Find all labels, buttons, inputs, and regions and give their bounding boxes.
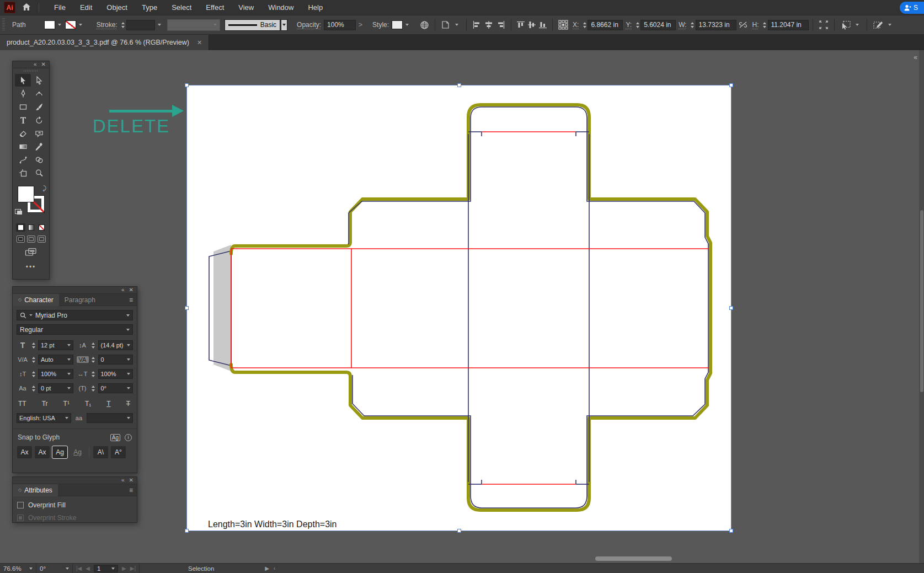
w-stepper[interactable] [690, 22, 696, 28]
pen-tool[interactable] [15, 87, 31, 100]
select-similar-icon[interactable] [838, 18, 853, 31]
menu-window[interactable]: Window [261, 0, 301, 15]
tracking-stepper[interactable] [90, 357, 97, 363]
font-size-field[interactable]: 12 pt [38, 340, 73, 350]
x-label[interactable]: X: [573, 21, 579, 29]
snap-anchor-button[interactable]: A° [111, 446, 126, 458]
stroke-color-dropdown[interactable] [77, 24, 84, 26]
canvas[interactable]: Length=3in Width=3in Depth=3in DELETE « [0, 50, 924, 563]
menu-file[interactable]: File [47, 0, 73, 15]
opacity-more-arrow[interactable]: > [359, 21, 362, 29]
collapse-panel-icon[interactable]: « [34, 62, 37, 67]
menu-effect[interactable]: Effect [199, 0, 231, 15]
dock-collapse-icon[interactable]: « [914, 53, 917, 61]
character-rotation-field[interactable]: 0° [98, 383, 133, 393]
reference-point-grid-icon[interactable] [557, 18, 570, 31]
dimension-caption[interactable]: Length=3in Width=3in Depth=3in [208, 520, 337, 529]
language-dropdown[interactable]: English: USA [17, 413, 71, 423]
menu-select[interactable]: Select [164, 0, 199, 15]
draw-inside-mode[interactable] [38, 235, 46, 243]
selection-tool[interactable] [15, 74, 31, 87]
eyedropper-tool[interactable] [31, 140, 47, 153]
panel-menu-icon[interactable]: ≡ [129, 296, 137, 304]
illustrator-logo[interactable]: Ai [4, 2, 15, 13]
y-label[interactable]: Y: [626, 21, 632, 29]
font-style-field[interactable]: Regular [17, 324, 133, 335]
opacity-label[interactable]: Opacity: [297, 21, 321, 29]
tracking-field[interactable]: 0 [98, 355, 133, 365]
w-label[interactable]: W: [679, 21, 686, 29]
tab-character[interactable]: ◇Character [13, 294, 59, 306]
document-setup-globe-icon[interactable] [418, 18, 431, 31]
select-similar-dropdown[interactable] [854, 24, 861, 26]
first-artboard-icon[interactable]: |◀ [76, 565, 82, 571]
selection-handle-ne[interactable] [729, 83, 733, 87]
link-dimensions-icon[interactable] [736, 18, 750, 31]
curvature-tool[interactable] [31, 87, 47, 100]
snap-baseline-button[interactable]: Ax [17, 446, 32, 458]
selection-handle-e[interactable] [729, 306, 733, 310]
artboard-tool[interactable] [15, 167, 31, 179]
font-size-stepper[interactable] [30, 342, 36, 349]
x-stepper[interactable] [581, 22, 587, 28]
collapse-panel-icon[interactable]: « [121, 287, 125, 293]
snap-glyph-guide-icon[interactable]: Ag [110, 434, 120, 441]
dieline-artwork[interactable] [187, 85, 731, 531]
y-stepper[interactable] [634, 22, 640, 28]
align-top-icon[interactable] [515, 18, 526, 31]
kerning-stepper[interactable] [30, 357, 36, 363]
transform-icon[interactable] [817, 18, 830, 31]
home-icon[interactable] [22, 3, 31, 13]
superscript-button[interactable]: T¹ [63, 400, 70, 408]
menu-help[interactable]: Help [301, 0, 330, 15]
status-options-icon[interactable]: ▶ [265, 565, 269, 571]
zoom-tool[interactable] [31, 167, 47, 179]
document-tab[interactable]: product_A20.20.03.03_3_3_3.pdf @ 76.6 % … [0, 35, 209, 50]
opacity-field[interactable]: 100% [324, 20, 356, 30]
screen-mode-button[interactable] [13, 248, 49, 256]
snap-xheight-button[interactable]: Ax [35, 446, 50, 458]
horizontal-scale-stepper[interactable] [90, 371, 97, 377]
artboard[interactable]: Length=3in Width=3in Depth=3in [187, 85, 731, 531]
align-right-icon[interactable] [495, 18, 507, 31]
eraser-tool[interactable] [15, 127, 31, 140]
snap-proximity-button[interactable]: Ag [70, 446, 85, 458]
document-options-dropdown[interactable] [453, 24, 460, 26]
stroke-color-swatch[interactable] [65, 20, 76, 29]
menu-type[interactable]: Type [135, 0, 164, 15]
tab-attributes[interactable]: ◇Attributes [13, 484, 58, 496]
recolor-artwork-icon[interactable] [439, 18, 452, 31]
close-tab-icon[interactable]: ✕ [197, 39, 202, 46]
scroll-left-icon[interactable]: ‹ [274, 565, 275, 571]
close-panel-icon[interactable]: ✕ [129, 478, 133, 483]
direct-selection-tool[interactable] [31, 74, 47, 87]
toolbar-grip[interactable] [13, 68, 49, 73]
draw-normal-mode[interactable] [17, 235, 25, 243]
stroke-weight-dropdown[interactable] [156, 24, 163, 26]
artboard-number-field[interactable]: 1 [94, 565, 118, 572]
h-stepper[interactable] [762, 22, 768, 28]
baseline-shift-stepper[interactable] [30, 385, 36, 392]
character-rotation-stepper[interactable] [90, 385, 97, 392]
align-center-icon[interactable] [483, 18, 495, 31]
fill-color-swatch[interactable] [44, 20, 55, 29]
kerning-field[interactable]: Auto [38, 355, 73, 365]
vertical-scrollbar[interactable] [919, 50, 924, 563]
swap-fill-stroke-icon[interactable]: ⤸ [42, 185, 46, 192]
stroke-weight-stepper[interactable] [120, 22, 126, 28]
fill-color-dropdown[interactable] [56, 24, 63, 26]
overprint-fill-checkbox[interactable] [17, 502, 24, 508]
last-artboard-icon[interactable]: ▶| [130, 565, 136, 571]
menu-object[interactable]: Object [99, 0, 135, 15]
share-button[interactable]: S [900, 2, 924, 14]
selection-handle-sw[interactable] [185, 529, 189, 533]
horizontal-scrollbar-thumb[interactable] [595, 556, 672, 561]
align-bottom-icon[interactable] [537, 18, 548, 31]
symbol-sprayer-tool[interactable] [15, 153, 31, 166]
stroke-style-dropdown[interactable]: Basic [225, 19, 280, 31]
selection-handle-n[interactable] [457, 83, 461, 87]
tab-paragraph[interactable]: Paragraph [59, 294, 101, 306]
draw-behind-mode[interactable] [27, 235, 35, 243]
subscript-button[interactable]: T₁ [85, 400, 91, 408]
next-artboard-icon[interactable]: ▶ [122, 565, 126, 571]
